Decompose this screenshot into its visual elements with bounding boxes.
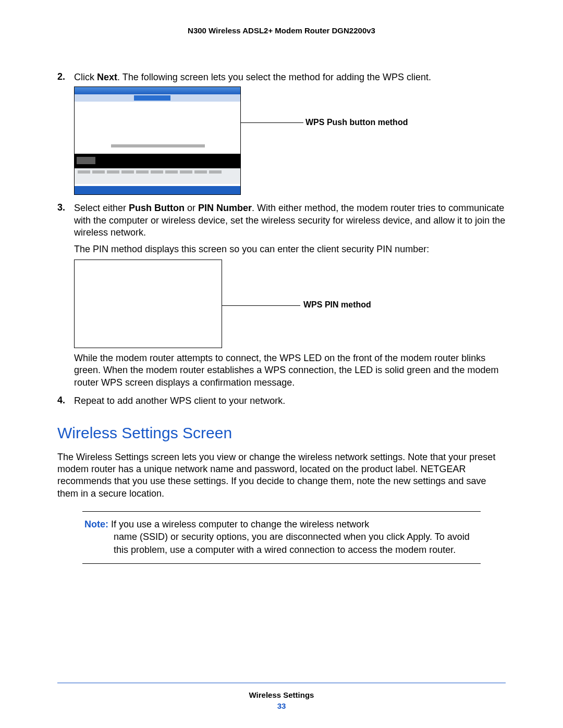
step-2-bold: Next <box>97 72 117 82</box>
section-paragraph: The Wireless Settings screen lets you vi… <box>57 451 506 500</box>
step-3-body: Select either Push Button or PIN Number.… <box>74 202 506 255</box>
step-3-after-text: While the modem router attempts to conne… <box>74 352 506 389</box>
step-2: 2. Click Next. The following screen lets… <box>57 71 506 83</box>
step-2-number: 2. <box>57 71 74 83</box>
callout-1-label: WPS Push button method <box>305 118 408 127</box>
callout-2-label: WPS PIN method <box>303 300 371 310</box>
step-3-number: 3. <box>57 202 74 255</box>
footer-section-label: Wireless Settings <box>0 690 563 699</box>
note-label: Note: <box>84 519 108 529</box>
step-2-body: Click Next. The following screen lets yo… <box>74 71 506 83</box>
step-3-pre: Select either <box>74 203 129 213</box>
callout-2-line <box>222 305 300 306</box>
step-3-extra: The PIN method displays this screen so y… <box>74 243 506 255</box>
note-line1: If you use a wireless computer to change… <box>108 519 369 529</box>
step-3-after: While the modem router attempts to conne… <box>57 352 506 389</box>
figure-2-row: WPS PIN method <box>74 260 506 348</box>
wps-method-screenshot <box>74 87 241 195</box>
step-4-number: 4. <box>57 395 74 407</box>
footer-rule <box>57 683 506 683</box>
section-heading: Wireless Settings Screen <box>57 424 506 442</box>
document-page: N300 Wireless ADSL2+ Modem Router DGN220… <box>0 0 563 728</box>
step-4-text: Repeat to add another WPS client to your… <box>74 395 506 407</box>
footer-page-number: 33 <box>0 701 563 710</box>
step-3-mid: or <box>185 203 198 213</box>
note-rest: name (SSID) or security options, you are… <box>114 530 479 556</box>
note-block: Note: If you use a wireless computer to … <box>82 511 481 564</box>
step-3-bold1: Push Button <box>129 203 185 213</box>
figure-1-row: WPS Push button method <box>74 87 506 195</box>
step-3: 3. Select either Push Button or PIN Numb… <box>57 202 506 255</box>
wps-pin-screenshot <box>74 260 222 348</box>
step-2-text-post: . The following screen lets you select t… <box>117 72 431 82</box>
note-rule-bottom <box>82 563 481 564</box>
step-2-text-pre: Click <box>74 72 97 82</box>
page-footer: Wireless Settings 33 <box>0 690 563 710</box>
step-3-bold2: PIN Number <box>198 203 252 213</box>
step-4: 4. Repeat to add another WPS client to y… <box>57 395 506 407</box>
doc-header: N300 Wireless ADSL2+ Modem Router DGN220… <box>57 26 506 35</box>
callout-1-line <box>241 87 303 123</box>
